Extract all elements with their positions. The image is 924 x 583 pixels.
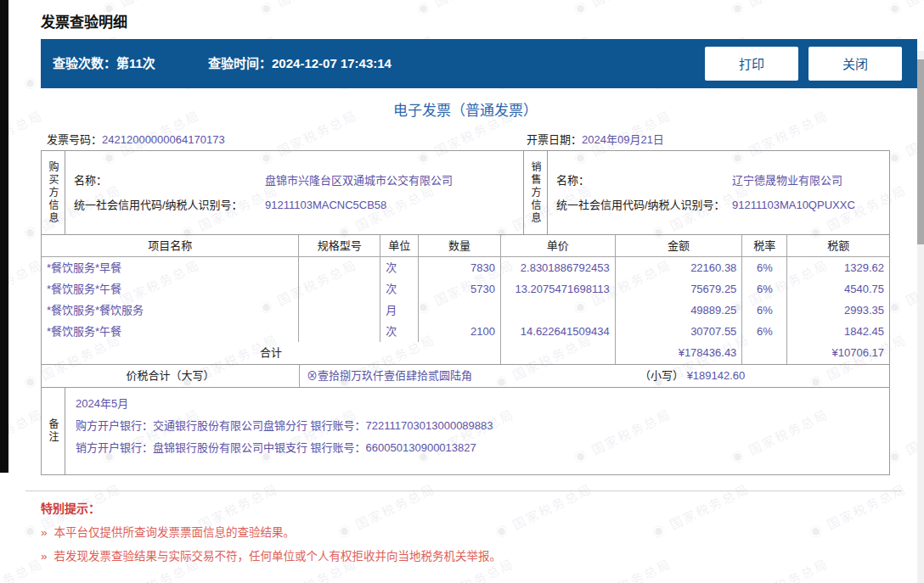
header-tax: 税额 (787, 235, 889, 256)
seller-side-label: 销售方信息 (528, 161, 543, 225)
item-spec (299, 300, 380, 321)
header-price: 单价 (501, 235, 616, 256)
invoice-date-group: 开票日期：2024年09月21日 (527, 131, 664, 147)
seller-side-label-cell: 销售方信息 (524, 151, 548, 234)
tax-bureau-watermark-item: ◉ 国家税务总局 (256, 0, 360, 19)
check-time: 查验时间：2024-12-07 17:43:14 (208, 39, 392, 88)
check-time-value: 2024-12-07 17:43:14 (272, 56, 392, 70)
buyer-name-row: 名称： 盘锦市兴隆台区双通城市公交有限公司 (74, 168, 523, 193)
tax-bureau-watermark-item: ◉ 国家税务总局 (806, 479, 910, 542)
buyer-name-label: 名称： (74, 168, 265, 193)
remark-line-seller-bank: 销方开户银行：盘锦银行股份有限公司中银支行 银行账号：6600501309000… (76, 437, 879, 459)
tax-bureau-watermark-item: ◉ 国家税务总局 (492, 479, 595, 542)
item-tax-rate: 6% (742, 321, 787, 342)
item-name: *餐饮服务*餐饮服务 (42, 300, 299, 321)
item-tax: 1329.62 (787, 257, 889, 278)
tax-bureau-watermark-item: ◉ 国家税务总局 (728, 554, 831, 583)
special-notice-title: 特别提示： (41, 499, 100, 516)
scrollbar-thumb[interactable] (917, 59, 924, 244)
grand-total-small-label: （小写） (639, 369, 684, 382)
remarks-body: 2024年5月 购方开户银行：交通银行股份有限公司盘锦分行 银行账号：72211… (65, 388, 889, 474)
notice-text: 若发现发票查验结果与实际交易不符，任何单位或个人有权拒收并向当地税务机关举报。 (54, 550, 502, 563)
tax-bureau-watermark-item: ◉ 国家税务总局 (571, 0, 674, 19)
special-notice-line: »若发现发票查验结果与实际交易不符，任何单位或个人有权拒收并向当地税务机关举报。 (41, 547, 501, 563)
seller-taxid-value: 91211103MA10QPUXXC (732, 193, 855, 217)
tax-bureau-watermark-item: ◉ 国家税务总局 (728, 0, 831, 19)
check-time-label: 查验时间： (208, 56, 272, 70)
item-spec (299, 257, 380, 278)
tax-bureau-watermark-item: ◉ 国家税务总局 (649, 479, 752, 542)
verification-toolbar: 查验次数：第11次 查验时间：2024-12-07 17:43:14 打印 关闭 (41, 39, 917, 88)
item-tax: 1842.45 (787, 321, 889, 342)
item-price: 13.2075471698113 (501, 278, 616, 300)
item-unit: 月 (380, 300, 419, 321)
item-tax: 2993.35 (787, 300, 889, 321)
invoice-number-row: 发票号码：24212000000064170173 开票日期：2024年09月2… (47, 131, 890, 148)
tax-bureau-watermark-item: ◉ 国家税务总局 (414, 0, 517, 19)
item-qty: 5730 (419, 278, 501, 300)
close-button[interactable]: 关闭 (808, 47, 902, 81)
print-button[interactable]: 打印 (705, 47, 798, 81)
item-amount: 49889.25 (616, 300, 743, 321)
grand-total-in-words: ⊗壹拾捌万玖仟壹佰肆拾贰圆陆角 (307, 369, 472, 382)
seller-name-value: 辽宁德晟物业有限公司 (732, 168, 842, 193)
item-name: *餐饮服务*午餐 (42, 278, 299, 300)
seller-details: 名称： 辽宁德晟物业有限公司 统一社会信用代码/纳税人识别号： 91211103… (548, 151, 889, 234)
remarks-section: 备注 2024年5月 购方开户银行：交通银行股份有限公司盘锦分行 银行账号：72… (41, 387, 890, 475)
items-header-row: 项目名称 规格型号 单位 数量 单价 金额 税率 税额 (42, 235, 889, 257)
item-amount: 75679.25 (616, 278, 743, 300)
special-notice-line: »本平台仅提供所查询发票票面信息的查验结果。 (41, 523, 295, 540)
item-price: 14.622641509434 (501, 321, 616, 342)
grand-total-small-group: （小写） ¥189142.60 (639, 365, 745, 387)
items-total-rate-empty (742, 342, 787, 364)
tax-bureau-watermark-item: ◉ 国家税务总局 (335, 479, 438, 542)
remarks-side-label: 备注 (46, 418, 60, 444)
item-unit: 次 (380, 257, 419, 278)
notice-text: 本平台仅提供所查询发票票面信息的查验结果。 (54, 526, 296, 539)
item-unit: 次 (380, 278, 419, 300)
invoice-number-label: 发票号码： (47, 133, 102, 146)
bullet-arrow-icon: » (41, 550, 48, 563)
table-row: *餐饮服务*餐饮服务 月 49889.25 6% 2993.35 (42, 300, 889, 321)
item-amount: 30707.55 (616, 321, 743, 342)
remark-line-buyer-bank: 购方开户银行：交通银行股份有限公司盘锦分行 银行账号：7221117030130… (76, 415, 879, 437)
table-row: *餐饮服务*午餐 次 5730 13.2075471698113 75679.2… (42, 278, 889, 300)
buyer-info-box: 购买方信息 名称： 盘锦市兴隆台区双通城市公交有限公司 统一社会信用代码/纳税人… (42, 151, 524, 234)
item-qty (419, 300, 501, 321)
footer-divider (25, 491, 902, 491)
seller-info-box: 销售方信息 名称： 辽宁德晟物业有限公司 统一社会信用代码/纳税人识别号： 91… (524, 151, 889, 234)
table-row: *餐饮服务*午餐 次 2100 14.622641509434 30707.55… (42, 321, 889, 342)
buyer-details: 名称： 盘锦市兴隆台区双通城市公交有限公司 统一社会信用代码/纳税人识别号： 9… (65, 151, 523, 234)
buyer-side-label: 购买方信息 (46, 161, 60, 225)
items-total-tax: ¥10706.17 (787, 342, 889, 364)
item-qty: 2100 (419, 321, 501, 342)
remark-line-period: 2024年5月 (76, 393, 879, 415)
items-total-row: 合计 ¥178436.43 ¥10706.17 (42, 342, 889, 364)
header-amount: 金额 (616, 235, 743, 256)
seller-name-row: 名称： 辽宁德晟物业有限公司 (556, 168, 889, 193)
check-count-label: 查验次数： (53, 56, 116, 70)
buyer-name-value: 盘锦市兴隆台区双通城市公交有限公司 (265, 168, 453, 193)
header-spec: 规格型号 (299, 235, 380, 256)
grand-total-small-value: ¥189142.60 (687, 369, 746, 382)
vertical-scrollbar[interactable] (917, 51, 924, 583)
item-unit: 次 (380, 321, 419, 342)
check-count: 查验次数：第11次 (53, 39, 155, 88)
invoice-date-label: 开票日期： (527, 133, 582, 146)
tax-bureau-watermark-item: ◉ 国家税务总局 (885, 0, 924, 19)
grand-total-values: ⊗壹拾捌万玖仟壹佰肆拾贰圆陆角 （小写） ¥189142.60 (300, 365, 889, 387)
invoice-type-title: 电子发票（普通发票） (41, 98, 890, 120)
item-price: 2.8301886792453 (501, 257, 616, 278)
item-amount: 22160.38 (616, 257, 743, 278)
item-name: *餐饮服务*早餐 (42, 257, 299, 278)
seller-name-label: 名称： (556, 168, 732, 193)
page-title: 发票查验明细 (41, 10, 127, 31)
item-name: *餐饮服务*午餐 (42, 321, 299, 342)
bullet-arrow-icon: » (41, 526, 48, 539)
buyer-taxid-row: 统一社会信用代码/纳税人识别号： 91211103MACNC5CB58 (74, 193, 523, 217)
header-unit: 单位 (380, 235, 419, 256)
party-info-section: 购买方信息 名称： 盘锦市兴隆台区双通城市公交有限公司 统一社会信用代码/纳税人… (41, 150, 890, 235)
window-edge-strip (0, 0, 8, 473)
header-qty: 数量 (419, 235, 501, 256)
check-count-value: 第11次 (116, 56, 155, 70)
